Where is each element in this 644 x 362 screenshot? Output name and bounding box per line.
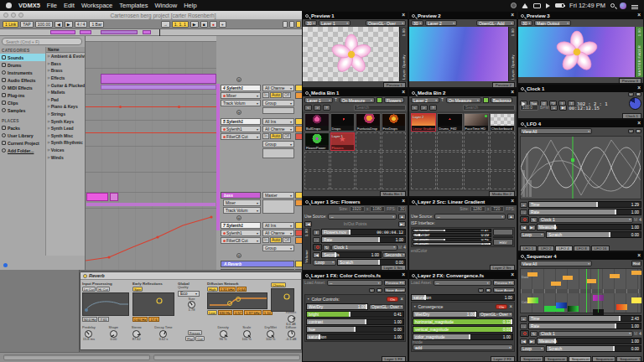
remove-fx-icon[interactable]: × [400, 297, 403, 303]
close-icon[interactable]: × [637, 253, 641, 259]
tab-sequencer-8[interactable]: Sequencer 8 [592, 356, 615, 361]
sidebar-item-plugins[interactable]: Plug-ins [0, 91, 45, 99]
high-shelf-button[interactable]: High [207, 287, 218, 292]
power-button[interactable] [520, 216, 529, 223]
media-cell-fantasiadrop[interactable]: FantasiaDrop [356, 113, 381, 132]
tab-sequencer-2[interactable]: Sequencer 2 [544, 356, 568, 361]
clock-source-menu[interactable]: Clock 1 [331, 245, 397, 251]
menu-workspace[interactable]: Workspace [81, 2, 112, 9]
monitor-switch[interactable]: InAutoOff [262, 92, 291, 98]
locut-q-field[interactable]: 7.61 [98, 317, 108, 322]
measures-slider[interactable]: Measures1.00 [537, 338, 641, 344]
height-field[interactable]: 720 [491, 206, 504, 212]
link-button[interactable]: 1 Link [3, 21, 18, 28]
skip-back-button[interactable]: |◀ [520, 225, 527, 230]
device-chooser[interactable]: Sylenth1 [221, 126, 261, 132]
beat-time-ruler[interactable] [86, 36, 216, 42]
midi-channel-chooser[interactable]: All Channe [262, 230, 294, 236]
height-field[interactable]: 1080 [370, 206, 385, 212]
empty-media-slot[interactable] [464, 171, 489, 189]
bin-search-input[interactable] [354, 105, 406, 111]
empty-media-slot[interactable] [330, 171, 356, 189]
clock-source-menu[interactable]: Clock 1 [538, 217, 633, 223]
sidebar-item-audio-effects[interactable]: Audio Effects [0, 76, 45, 84]
play-button[interactable]: ▶ [190, 21, 199, 28]
empty-media-slot[interactable] [490, 171, 515, 189]
spin-amount-field[interactable]: 17.6 [148, 317, 158, 322]
loop-icon[interactable]: ↻ [323, 245, 330, 251]
bin-color-swatch[interactable] [377, 97, 382, 103]
sampler-button[interactable] [493, 229, 513, 235]
power-button[interactable] [520, 330, 529, 337]
predelay-knob[interactable] [85, 330, 92, 338]
tab-preview-1[interactable]: Preview 1 [383, 82, 406, 87]
sidebar-item-instruments[interactable]: Instruments [0, 69, 45, 76]
media-cell-facetime-hd[interactable]: FaceTime HD [464, 113, 489, 132]
rate-mode-button[interactable]: → [520, 209, 527, 215]
tab-layer-1-fx[interactable]: Layer 1 FX [382, 356, 406, 361]
sidebar-item-clips[interactable]: Clips [0, 99, 45, 106]
vertical-magnitude-slider[interactable]: vertical_magnitude0.01 [413, 326, 513, 333]
list-item[interactable]: Ambient & Evolving [46, 53, 85, 60]
flat-button[interactable]: Flat [185, 336, 195, 341]
stop-button[interactable]: ■ [200, 21, 208, 28]
add-track-button[interactable] [236, 77, 242, 82]
high-freq-field[interactable]: 1.31 kHz [219, 287, 236, 292]
out-point-button[interactable]: ▶| [398, 221, 406, 227]
blend-mode-menu[interactable]: OpenGL- Over [366, 20, 406, 26]
pause-button[interactable]: ‖ [313, 230, 320, 235]
high-gain-field[interactable]: 0.64 [236, 287, 247, 292]
measures-slider[interactable]: Measures1.00 [537, 224, 641, 230]
empty-media-slot[interactable] [490, 152, 515, 170]
movie-position-slider[interactable]: Flowers.mov00:00:04.12 [321, 229, 406, 235]
media-cell-linear-gradient-selected[interactable]: Layer 2Linear Gradient [411, 113, 436, 132]
device-drop-zone[interactable] [0, 270, 80, 352]
eject-button[interactable]: ▲ [507, 214, 515, 220]
tab-clock-1[interactable]: Clock 1 [622, 113, 641, 118]
time-signature-field[interactable]: 4 / 4 [75, 21, 88, 28]
panel-titlebar[interactable]: Clock 1× [518, 85, 643, 92]
fx-blend-menu[interactable]: OpenGL- Over [369, 304, 404, 310]
fps-menu[interactable]: 30 [411, 20, 423, 26]
sidebar-item-sounds[interactable]: Sounds [0, 54, 45, 61]
param-chooser[interactable]: FilterC8 Cut [221, 133, 261, 140]
zoom-window-button[interactable] [18, 13, 23, 18]
skip-back-button[interactable]: |◀ [313, 252, 320, 258]
panel-titlebar[interactable]: Preview 3× [518, 12, 643, 19]
receive-button[interactable]: R [486, 288, 491, 292]
tab-preview-2[interactable]: Preview 2 [492, 82, 515, 87]
name-column-header[interactable]: Name [46, 47, 85, 53]
skip-fwd-button[interactable]: ▶| [528, 225, 536, 230]
empty-media-slot[interactable] [437, 152, 462, 170]
close-icon[interactable]: × [511, 199, 514, 204]
midi-channel-chooser[interactable]: All Channe [262, 126, 294, 132]
tab-lfo-2[interactable]: LFO 2 [538, 246, 554, 251]
spin-button[interactable]: Spin [132, 287, 143, 292]
remove-fx-icon[interactable]: × [509, 304, 512, 310]
output-chooser[interactable]: Group [262, 141, 294, 147]
help-button[interactable]: ? [429, 105, 437, 111]
next-page-button[interactable]: > [420, 105, 428, 111]
empty-media-slot[interactable] [382, 171, 407, 189]
siri-icon[interactable] [620, 3, 626, 9]
decay-time-knob[interactable] [159, 330, 167, 338]
apple-menu-icon[interactable] [6, 3, 12, 8]
list-item[interactable]: Strings [46, 111, 85, 118]
prev-page-button[interactable]: < [411, 105, 418, 111]
trigger-menu[interactable]: On Measure [446, 97, 481, 103]
power-button[interactable] [313, 244, 322, 251]
shape-knob[interactable] [110, 330, 117, 338]
saturation-slider[interactable]: saturation1.00 [411, 294, 515, 301]
b-slider[interactable]: B Slider0.41 [413, 238, 491, 241]
lo-cut-button[interactable]: Lo Cut [82, 287, 96, 292]
scale-knob[interactable] [243, 330, 251, 338]
tab-sequencer-1[interactable]: Sequencer 1 [520, 356, 543, 361]
arrangement-position[interactable]: 1. 1. 1 [172, 21, 189, 28]
preview-fx-button[interactable]: Preview FX [384, 280, 406, 286]
r-slider[interactable]: R Slider0.41 [413, 229, 491, 232]
sidebar-item-add-folder[interactable]: Add Folder... [0, 147, 45, 154]
midi-map-button[interactable] [296, 21, 301, 28]
media-cell-drops[interactable]: Drops [330, 113, 356, 132]
wifi-icon[interactable] [522, 3, 528, 8]
arrangement-clip[interactable] [86, 193, 108, 201]
